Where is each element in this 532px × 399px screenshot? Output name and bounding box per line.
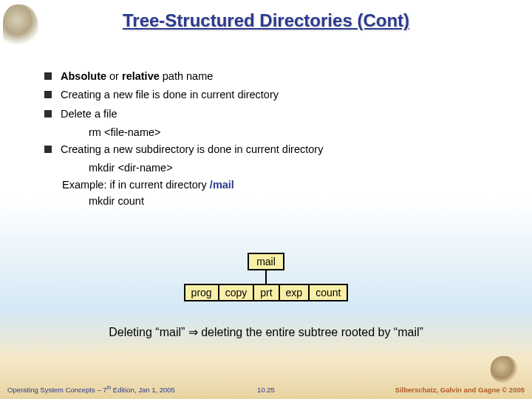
slide-title: Tree-Structured Directories (Cont) [0,0,532,31]
rm-command: rm <file-name> [89,124,502,140]
example-line: Example: if in current directory /mail [62,177,502,193]
tree-diagram: mail prog copy prt exp count [0,253,532,301]
bullet-icon [44,110,52,117]
footer-page-number: 10.25 [257,386,275,394]
tree-child-node: exp [280,284,310,301]
bullet-delete-file: Delete a file [44,106,502,122]
dinosaur-logo-bottom [491,356,517,383]
bullet-icon [44,146,52,153]
tree-child-node: count [310,284,348,301]
deleting-note: Deleting “mail” ⇒ deleting the entire su… [0,325,532,339]
bullet-icon [44,72,52,80]
tree-child-node: copy [219,284,255,301]
tree-child-node: prt [254,284,279,301]
bullet-text: Absolute or relative path name [61,68,213,84]
tree-connector [265,270,267,284]
footer-right: Silberschatz, Galvin and Gagne © 2005 [395,386,525,394]
bullet-text: Delete a file [61,106,117,122]
mkdir-count-command: mkdir count [89,193,502,209]
slide-content: Absolute or relative path name Creating … [44,68,502,210]
tree-root-node: mail [248,253,284,270]
footer-left: Operating System Concepts – 7th Edition,… [7,385,175,394]
bullet-absolute-relative: Absolute or relative path name [44,68,502,84]
mkdir-command: mkdir <dir-name> [89,160,502,176]
tree-children-row: prog copy prt exp count [184,284,349,301]
tree-child-node: prog [184,284,219,301]
bullet-text: Creating a new subdirectory is done in c… [61,141,323,157]
dinosaur-logo-top [3,4,38,49]
bullet-create-subdir: Creating a new subdirectory is done in c… [44,141,502,157]
slide-footer: Operating System Concepts – 7th Edition,… [7,385,525,394]
bullet-create-file: Creating a new file is done in current d… [44,86,502,103]
bullet-icon [44,91,52,98]
bullet-text: Creating a new file is done in current d… [61,86,279,103]
